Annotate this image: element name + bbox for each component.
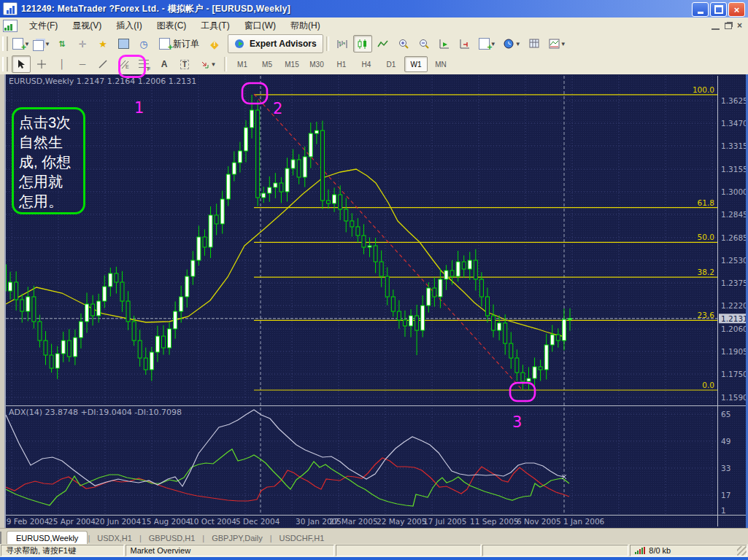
timeframe-mn[interactable]: MN: [429, 56, 452, 72]
svg-text:ADX(14) 23.8748 +DI:19.0404 -D: ADX(14) 23.8748 +DI:19.0404 -DI:10.7098: [9, 408, 182, 417]
restore-button[interactable]: [710, 2, 727, 17]
app-icon: [3, 2, 18, 15]
resize-grip[interactable]: [737, 546, 747, 556]
horizontal-line-button[interactable]: ─: [73, 55, 92, 73]
candle-43: [256, 110, 260, 198]
pane-borders: [6, 76, 746, 526]
periods-button[interactable]: ▼: [501, 35, 524, 52]
svg-text:6 Nov 2005: 6 Nov 2005: [517, 517, 561, 526]
new-order-button[interactable]: + 新订单: [154, 35, 204, 52]
candle-24: [144, 358, 147, 370]
close-button[interactable]: ×: [728, 2, 745, 17]
menu-item-6[interactable]: 帮助(H): [283, 18, 328, 34]
crosshair-button[interactable]: [32, 55, 51, 73]
left-window-border: [0, 74, 6, 528]
data-window-button[interactable]: [114, 35, 133, 52]
chart-tab-3[interactable]: GBPJPY,Daily: [204, 532, 270, 545]
candle-17: [103, 287, 107, 301]
bar-chart-button[interactable]: [333, 35, 352, 52]
candle-71: [421, 306, 425, 330]
candle-64: [379, 262, 383, 276]
child-close-icon[interactable]: ×: [737, 22, 742, 29]
tabs-edge: [0, 532, 4, 545]
menu-item-1[interactable]: 显视(V): [65, 18, 109, 34]
toolbar-grip-2[interactable]: [2, 57, 8, 71]
candle-73: [433, 288, 436, 297]
indicators-button[interactable]: +▼: [476, 35, 499, 52]
svg-text:100.0: 100.0: [693, 85, 714, 94]
templates-button[interactable]: [525, 35, 544, 52]
timeframe-h1[interactable]: H1: [330, 56, 353, 72]
candle-57: [339, 195, 342, 209]
svg-text:5 Dec 2004: 5 Dec 2004: [236, 517, 280, 526]
toolbar-grip[interactable]: [2, 36, 8, 51]
navigator-button[interactable]: ✛: [73, 35, 92, 52]
svg-text:1.1750: 1.1750: [721, 370, 748, 378]
annotation-number-1: 1: [134, 99, 144, 117]
minimize-button[interactable]: [692, 2, 709, 17]
menu-item-3[interactable]: 图表(C): [150, 18, 194, 34]
chart-tab-4[interactable]: USDCHF,H1: [272, 532, 332, 545]
chart-window-icon[interactable]: [3, 20, 18, 32]
chart-tab-1[interactable]: USDX,H1: [90, 532, 139, 545]
market-watch-button[interactable]: ⇅: [53, 35, 72, 52]
trendline-button[interactable]: [93, 55, 112, 73]
menu-item-4[interactable]: 工具(T): [193, 18, 236, 34]
cursor-button[interactable]: [12, 55, 31, 73]
candle-94: [556, 335, 560, 341]
expert-advisors-button[interactable]: Expert Advisors: [228, 34, 323, 53]
alert-button[interactable]: ◆!: [205, 35, 224, 52]
text-label-button[interactable]: T: [175, 55, 194, 73]
chart-tab-2[interactable]: GBPUSD,H1: [142, 532, 203, 545]
svg-text:61.8: 61.8: [698, 198, 714, 207]
candle-16: [97, 301, 101, 316]
chart-tab-0[interactable]: EURUSD,Weekly: [7, 531, 88, 545]
timeframe-m30[interactable]: M30: [305, 56, 328, 72]
candle-1: [9, 282, 12, 291]
period-separators: [261, 76, 564, 514]
strategy-tester-button[interactable]: ◷: [134, 35, 153, 52]
menu-item-0[interactable]: 文件(F): [22, 18, 65, 34]
menu-item-5[interactable]: 窗口(W): [237, 18, 283, 34]
adx-axis: 654933171: [721, 410, 730, 515]
timeframe-h4[interactable]: H4: [355, 56, 378, 72]
candle-89: [527, 378, 531, 381]
zoom-in-button[interactable]: [394, 35, 413, 52]
zoom-out-button[interactable]: [415, 35, 433, 52]
favorites-button[interactable]: ★: [93, 35, 112, 52]
child-minimize-icon[interactable]: [712, 21, 720, 30]
line-chart-button[interactable]: [374, 35, 393, 52]
menu-item-2[interactable]: 插入(I): [109, 18, 149, 34]
vertical-line-button[interactable]: │: [53, 55, 72, 73]
status-bar: 寻求帮助, 请按F1键 Market Overview 8/0 kb: [0, 544, 748, 557]
timeframe-m15[interactable]: M15: [280, 56, 304, 72]
candle-2: [15, 282, 18, 300]
title-bar[interactable]: 121249: MetaTrader ?Forex Ltd. - 模拟帐户 - …: [0, 0, 748, 18]
new-chart-button[interactable]: +▼: [12, 35, 31, 52]
candle-48: [285, 168, 289, 192]
objects-list-button[interactable]: ▼: [546, 35, 569, 52]
auto-scroll-button[interactable]: [435, 35, 454, 52]
candle-34: [203, 237, 207, 247]
candle-61: [362, 236, 366, 247]
timeframe-d1[interactable]: D1: [379, 56, 403, 72]
candle-93: [550, 335, 554, 345]
candle-92: [544, 345, 548, 370]
text-button[interactable]: A: [155, 55, 174, 73]
arrows-icon: [200, 60, 210, 69]
child-restore-icon[interactable]: [725, 23, 732, 29]
chart-grid: [6, 76, 717, 514]
candlestick-chart-button[interactable]: [353, 35, 372, 52]
candle-91: [539, 367, 542, 370]
profiles-button[interactable]: ▼: [32, 35, 51, 52]
timeframe-m5[interactable]: M5: [255, 56, 279, 72]
timeframe-m1[interactable]: M1: [231, 56, 254, 72]
status-overview-panel[interactable]: Market Overview: [126, 545, 334, 556]
candle-59: [350, 221, 354, 227]
timeframe-w1[interactable]: W1: [404, 56, 428, 72]
price-chart[interactable]: 100.061.850.038.223.60.01.36251.34701.33…: [0, 74, 748, 528]
new-order-icon: +: [159, 38, 170, 50]
chart-shift-button[interactable]: [455, 35, 474, 52]
note-line-4: 怎用就: [19, 172, 83, 192]
arrows-button[interactable]: ▼: [196, 55, 220, 73]
